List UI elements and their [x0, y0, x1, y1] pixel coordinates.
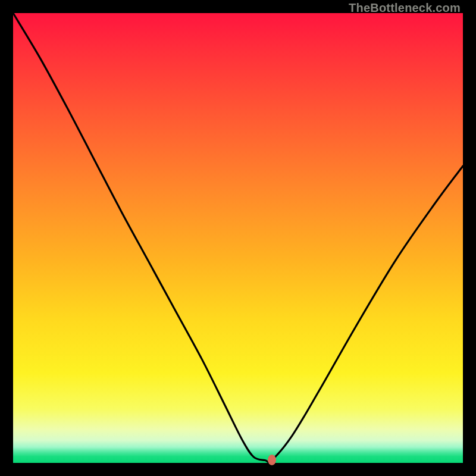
- plot-area: [13, 13, 463, 463]
- watermark-text: TheBottleneck.com: [349, 1, 461, 15]
- bottleneck-curve: [13, 13, 463, 463]
- curve-path: [13, 13, 463, 462]
- chart-frame: TheBottleneck.com: [0, 0, 476, 476]
- optimal-point-marker: [268, 455, 276, 465]
